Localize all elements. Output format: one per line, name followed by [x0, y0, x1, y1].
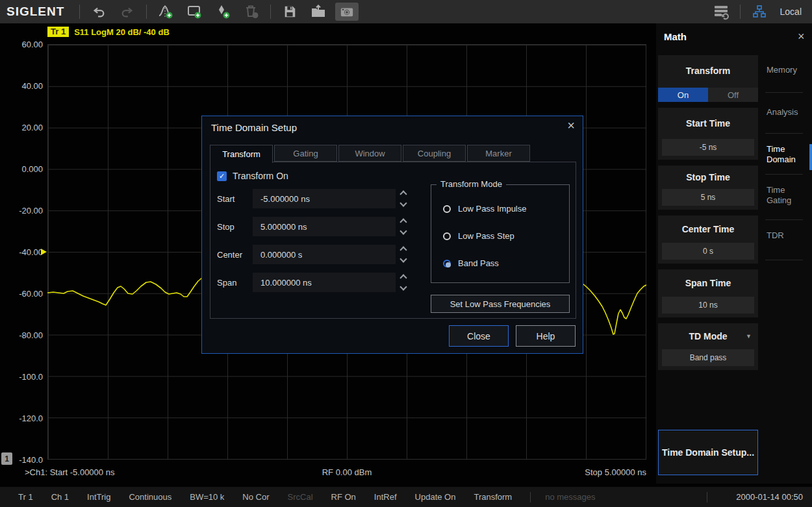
- radio-band-pass[interactable]: Band Pass: [443, 258, 499, 268]
- menu-item-analysis[interactable]: Analysis: [767, 107, 807, 117]
- system-config-button[interactable]: [709, 3, 733, 21]
- tab-marker[interactable]: Marker: [467, 145, 530, 162]
- td-mode-control[interactable]: TD Mode ▼ Band pass: [658, 323, 758, 370]
- spinner-up-icon[interactable]: [400, 218, 407, 225]
- status-update[interactable]: Update On: [415, 492, 456, 502]
- stop-time-control[interactable]: Stop Time 5 ns: [658, 166, 758, 210]
- spinner-up-icon[interactable]: [400, 246, 407, 253]
- transform-control: Transform On Off: [658, 55, 758, 102]
- stop-field-input[interactable]: 5.000000 ns: [253, 217, 396, 236]
- add-trace-button[interactable]: [154, 3, 177, 21]
- open-button[interactable]: [307, 3, 330, 21]
- window-number-badge[interactable]: 1: [1, 452, 12, 465]
- trace-badge[interactable]: Tr 1: [47, 27, 69, 37]
- toolbar-divider: [270, 5, 271, 19]
- math-side-menu: Memory Analysis Time Domain Time Gating …: [765, 23, 812, 484]
- status-trace[interactable]: Tr 1: [18, 492, 33, 502]
- menu-divider: [765, 92, 803, 93]
- td-mode-label-text: TD Mode: [689, 331, 727, 341]
- radio-low-pass-step[interactable]: Low Pass Step: [443, 231, 514, 241]
- start-field-input[interactable]: -5.000000 ns: [253, 189, 396, 208]
- center-field-spinner[interactable]: [401, 245, 406, 264]
- menu-item-time-domain[interactable]: Time Domain: [767, 144, 807, 165]
- span-field-input[interactable]: 10.000000 ns: [253, 273, 396, 292]
- spinner-up-icon[interactable]: [400, 274, 407, 281]
- remote-mode-label[interactable]: Local: [780, 6, 802, 17]
- y-axis-label: 20.00: [0, 123, 43, 132]
- close-button[interactable]: Close: [449, 325, 509, 347]
- status-channel[interactable]: Ch 1: [51, 492, 69, 502]
- save-button[interactable]: [278, 3, 301, 21]
- tab-transform[interactable]: Transform: [210, 145, 273, 163]
- radio-selected-icon[interactable]: [443, 260, 451, 267]
- spinner-up-icon[interactable]: [400, 190, 407, 197]
- status-transform[interactable]: Transform: [474, 492, 512, 502]
- status-bandwidth[interactable]: BW=10 k: [190, 492, 224, 502]
- transform-toggle: On Off: [658, 88, 758, 102]
- status-srccal: SrcCal: [288, 492, 313, 502]
- status-correction[interactable]: No Cor: [242, 492, 269, 502]
- delete-trace-button[interactable]: [240, 3, 263, 21]
- vna-application: SIGLENT: [0, 0, 812, 507]
- span-time-value[interactable]: 10 ns: [662, 297, 754, 314]
- status-trigger[interactable]: IntTrig: [87, 492, 110, 502]
- transform-mode-group: Transform Mode Low Pass Impulse Low Pass…: [431, 184, 570, 283]
- redo-button[interactable]: [116, 3, 139, 21]
- chevron-down-icon[interactable]: ▼: [746, 333, 752, 340]
- status-datetime: 2000-01-14 00:50: [736, 492, 803, 502]
- spinner-down-icon[interactable]: [400, 255, 407, 262]
- center-time-value[interactable]: 0 s: [662, 243, 754, 260]
- start-field-spinner[interactable]: [401, 189, 406, 208]
- transform-on-button[interactable]: On: [658, 88, 708, 102]
- spinner-down-icon[interactable]: [400, 199, 407, 206]
- stop-time-value[interactable]: 5 ns: [662, 189, 754, 206]
- dialog-close-icon[interactable]: ×: [567, 119, 575, 132]
- start-time-control[interactable]: Start Time -5 ns: [658, 108, 758, 160]
- network-button[interactable]: [748, 3, 771, 21]
- y-axis-label: -20.00: [0, 206, 43, 216]
- menu-item-memory[interactable]: Memory: [767, 65, 807, 75]
- start-time-label: Start Time: [658, 108, 758, 139]
- menu-item-tdr[interactable]: TDR: [767, 230, 807, 241]
- y-axis-label: -100.0: [0, 372, 43, 382]
- radio-unselected-icon[interactable]: [443, 205, 451, 213]
- tab-coupling[interactable]: Coupling: [403, 145, 466, 162]
- status-sweep[interactable]: Continuous: [129, 492, 171, 502]
- center-time-control[interactable]: Center Time 0 s: [658, 216, 758, 264]
- add-window-button[interactable]: [183, 3, 206, 21]
- add-marker-button[interactable]: [211, 3, 235, 21]
- radio-unselected-icon[interactable]: [443, 232, 451, 240]
- status-ref[interactable]: IntRef: [374, 492, 397, 502]
- checkbox-checked-icon[interactable]: ✓: [217, 171, 227, 181]
- spinner-down-icon[interactable]: [400, 227, 407, 234]
- radio-low-pass-impulse[interactable]: Low Pass Impulse: [443, 204, 527, 214]
- y-axis-label: 40.00: [0, 81, 43, 91]
- span-field-spinner[interactable]: [401, 273, 406, 292]
- help-button[interactable]: Help: [516, 325, 576, 347]
- toolbar-divider: [740, 5, 741, 19]
- td-mode-value[interactable]: Band pass: [662, 349, 754, 366]
- stop-field-spinner[interactable]: [401, 217, 406, 236]
- status-rf[interactable]: RF On: [331, 492, 356, 502]
- delete-trace-icon: [244, 4, 259, 19]
- time-domain-setup-button[interactable]: Time Domain Setup...: [658, 430, 758, 475]
- dialog-title: Time Domain Setup: [211, 122, 297, 133]
- tab-gating[interactable]: Gating: [274, 145, 337, 162]
- spinner-down-icon[interactable]: [400, 283, 407, 290]
- transform-on-checkbox-row[interactable]: ✓ Transform On: [217, 171, 288, 181]
- trace-params[interactable]: S11 LogM 20 dB/ -40 dB: [74, 27, 170, 37]
- system-config-icon: [713, 3, 730, 20]
- screenshot-button[interactable]: [335, 3, 359, 21]
- menu-divider: [765, 260, 803, 260]
- transform-off-button[interactable]: Off: [708, 88, 758, 102]
- toolbar: SIGLENT: [0, 0, 812, 23]
- center-field-input[interactable]: 0.000000 s: [253, 245, 396, 264]
- start-time-value[interactable]: -5 ns: [662, 139, 754, 156]
- undo-button[interactable]: [87, 3, 110, 21]
- set-low-pass-frequencies-button[interactable]: Set Low Pass Frequencies: [431, 295, 570, 313]
- tab-window[interactable]: Window: [338, 145, 401, 162]
- transform-label: Transform: [658, 55, 758, 86]
- menu-item-time-gating[interactable]: Time Gating: [767, 185, 807, 206]
- span-time-control[interactable]: Span Time 10 ns: [658, 269, 758, 317]
- status-message: no messages: [545, 492, 595, 502]
